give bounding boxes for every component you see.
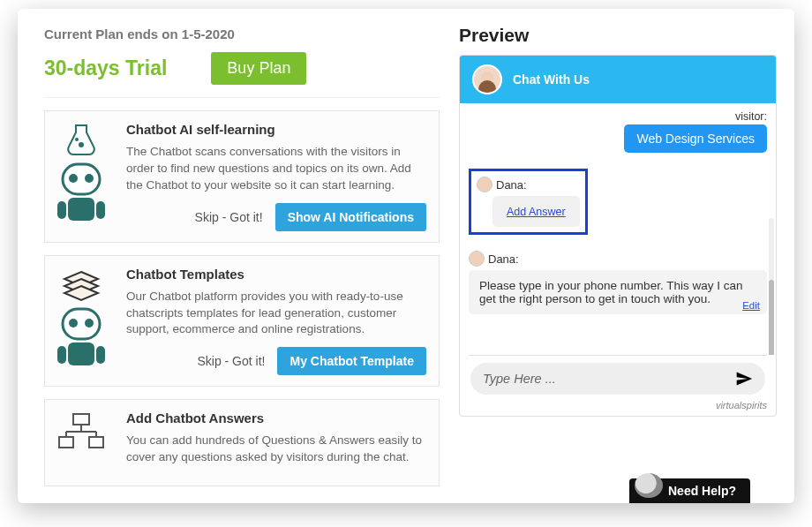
chat-input-row: Type Here ...: [460, 356, 776, 398]
plan-row: 30-days Trial Buy Plan: [44, 52, 440, 98]
flask-robot-icon: [54, 122, 116, 231]
highlight-box: Dana: Add Answer: [469, 169, 588, 235]
agent-name-row: Dana:: [477, 177, 580, 192]
show-ai-notifications-button[interactable]: Show AI Notifications: [275, 203, 426, 231]
need-help-tab[interactable]: Need Help?: [629, 478, 750, 503]
agent-message: Please type in your phone number. This w…: [469, 270, 767, 314]
card-title: Chatbot AI self-learning: [126, 122, 426, 137]
send-icon[interactable]: [735, 370, 753, 388]
need-help-label: Need Help?: [668, 484, 736, 498]
chat-input[interactable]: Type Here ...: [470, 363, 765, 395]
agent-name-row: Dana:: [469, 251, 767, 267]
svg-point-3: [69, 174, 78, 183]
chat-widget: Chat With Us visitor: Web Design Service…: [459, 55, 777, 417]
card-title: Add Chatbot Answers: [126, 410, 426, 425]
chat-input-placeholder: Type Here ...: [483, 372, 556, 386]
card-body: Chatbot AI self-learning The Chatbot sca…: [126, 122, 426, 231]
skip-link[interactable]: Skip - Got it!: [197, 354, 265, 368]
buy-plan-button[interactable]: Buy Plan: [211, 52, 306, 85]
chat-scrollbar-thumb[interactable]: [769, 280, 774, 355]
stack-robot-icon: [54, 267, 116, 376]
svg-rect-15: [57, 346, 66, 364]
card-desc: You can add hundreds of Questions & Answ…: [126, 433, 426, 466]
my-chatbot-template-button[interactable]: My Chatbot Template: [277, 347, 426, 375]
skip-link[interactable]: Skip - Got it!: [195, 210, 263, 224]
visitor-message: Web Design Services: [624, 124, 767, 153]
svg-rect-23: [89, 437, 103, 448]
svg-rect-14: [68, 343, 94, 365]
brand-label: virtualspirits: [460, 398, 776, 416]
agent-name: Dana:: [488, 252, 519, 266]
card-add-answers: Add Chatbot Answers You can add hundreds…: [44, 399, 440, 486]
svg-rect-11: [63, 309, 100, 339]
svg-rect-2: [63, 164, 100, 194]
agent-message-text: Please type in your phone number. This w…: [479, 279, 742, 305]
agent-block-highlighted: Dana: Add Answer: [469, 169, 767, 235]
right-column: Preview Chat With Us visitor: Web Design…: [450, 9, 794, 503]
chat-scrollbar[interactable]: [769, 218, 774, 355]
edit-link[interactable]: Edit: [742, 300, 760, 311]
chat-title: Chat With Us: [513, 72, 590, 87]
svg-rect-7: [96, 201, 105, 219]
add-answer-link[interactable]: Add Answer: [507, 206, 566, 218]
svg-rect-16: [96, 346, 105, 364]
svg-rect-6: [57, 201, 66, 219]
chat-body: visitor: Web Design Services Dana: Add A…: [460, 103, 776, 355]
svg-point-4: [85, 174, 94, 183]
visitor-label: visitor:: [469, 110, 767, 123]
svg-point-13: [85, 319, 94, 327]
flowchart-icon: [54, 410, 116, 475]
agent-name: Dana:: [496, 178, 527, 192]
agent-block-2: Dana: Please type in your phone number. …: [469, 251, 767, 314]
card-title: Chatbot Templates: [126, 267, 426, 282]
card-desc: The Chatbot scans conversations with the…: [126, 144, 426, 194]
card-desc: Our Chatbot platform provides you with r…: [126, 289, 426, 339]
chat-header: Chat With Us: [460, 56, 776, 103]
page-container: Current Plan ends on 1-5-2020 30-days Tr…: [18, 9, 794, 503]
svg-point-1: [75, 138, 79, 141]
agent-mini-avatar: [469, 251, 485, 267]
svg-rect-17: [73, 414, 89, 425]
card-actions: Skip - Got it! Show AI Notifications: [126, 203, 426, 231]
left-column: Current Plan ends on 1-5-2020 30-days Tr…: [18, 9, 450, 503]
agent-avatar: [472, 64, 502, 94]
add-answer-bubble: Add Answer: [492, 196, 580, 227]
card-templates: Chatbot Templates Our Chatbot platform p…: [44, 255, 440, 388]
card-ai-self-learning: Chatbot AI self-learning The Chatbot sca…: [44, 110, 440, 243]
plan-title: 30-days Trial: [44, 56, 167, 80]
svg-point-0: [79, 142, 84, 147]
svg-rect-22: [59, 437, 73, 448]
svg-rect-5: [68, 198, 94, 221]
card-body: Add Chatbot Answers You can add hundreds…: [126, 410, 426, 475]
plan-ends-label: Current Plan ends on 1-5-2020: [44, 26, 440, 41]
agent-mini-avatar: [477, 177, 492, 192]
card-actions: Skip - Got it! My Chatbot Template: [126, 347, 426, 375]
svg-point-12: [69, 319, 78, 327]
preview-heading: Preview: [459, 25, 777, 46]
card-body: Chatbot Templates Our Chatbot platform p…: [126, 267, 426, 376]
